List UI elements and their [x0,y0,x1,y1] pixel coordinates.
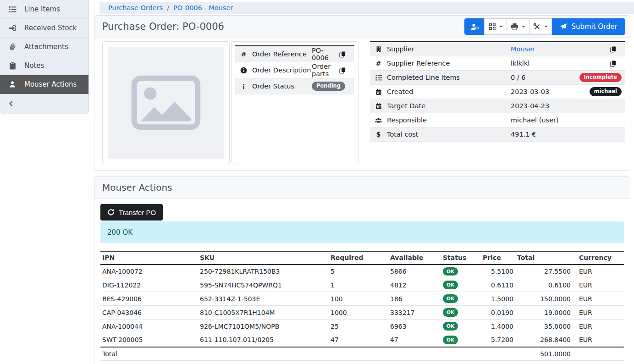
sidebar: Line Items Received Stock Attachments No… [0,0,89,114]
cell-currency: EUR [573,306,624,320]
table-row: ANA-100044 926-LMC7101QM5/NOPB 25 6963 O… [100,320,624,333]
sidebar-item-line-items[interactable]: Line Items [0,0,88,19]
cell-sku: 611-110.107.011/0205 [198,333,329,347]
cell-price: 5.5100 [481,265,515,278]
detail-value: Order parts [312,63,334,77]
page-title: Purchase Order: PO-0006 [102,21,224,32]
table-row: CAP-043046 810-C1005X7R1H104M 1000 33321… [100,306,624,320]
sign-in-icon [7,24,17,32]
detail-label: Order Reference [252,50,312,58]
detail-label: Order Status [252,83,312,90]
chevron-left-icon [8,100,14,107]
detail-value: PO-0006 [312,47,334,61]
sidebar-item-label: Mouser Actions [24,80,77,88]
incomplete-badge: Incomplete [579,73,622,82]
info-icon [235,83,252,90]
cell-total: 268.8400 [515,333,573,347]
detail-value: 491.1 € [511,131,625,138]
list-ol-icon [7,6,17,13]
cell-sku: 926-LMC7101QM5/NOPB [198,320,329,333]
chevron-down-icon [522,26,525,28]
calendar-icon [370,103,387,110]
cell-sku: 652-3314Z-1-503E [198,292,329,306]
cell-ipn: ANA-100072 [100,265,198,278]
total-value: 501.0000 [515,347,573,361]
detail-row-supplier-reference: # Supplier Reference lklklkl [370,56,625,71]
sidebar-item-label: Attachments [24,43,68,51]
detail-label: Completed Line Items [387,74,511,81]
cell-required: 100 [329,292,388,306]
column-header-sku: SKU [198,252,329,265]
detail-value: lklklkl [511,60,605,67]
detail-row-empty [370,142,625,150]
detail-label: Order Description [252,66,312,74]
sidebar-item-label: Notes [24,61,44,70]
table-row: RES-429006 652-3314Z-1-503E 100 186 OK 1… [100,292,624,306]
user-icon [7,81,17,88]
cell-ipn: ANA-100044 [100,320,198,333]
qrcode-icon [489,23,496,30]
line-items-table: IPN SKU Required Available Status Price … [100,251,624,361]
transfer-po-button[interactable]: Transfer PO [100,204,163,221]
rotate-icon [107,209,115,216]
transfer-po-label: Transfer PO [119,209,156,216]
sidebar-item-mouser-actions[interactable]: Mouser Actions [0,75,88,94]
table-row: SWT-200005 611-110.107.011/0205 47 47 OK… [100,333,624,347]
copy-icon[interactable] [334,51,351,58]
calendar-icon [370,88,387,95]
copy-icon[interactable] [605,46,622,53]
total-label: Total [100,347,198,361]
mouser-actions-panel: Mouser Actions Transfer PO 200 OK IPN SK… [94,176,630,364]
breadcrumb-link-purchase-orders[interactable]: Purchase Orders [108,4,163,11]
order-image-placeholder[interactable] [108,47,224,159]
copy-icon[interactable] [334,67,351,74]
admin-button[interactable] [464,18,485,35]
column-header-total: Total [515,252,573,265]
detail-row-supplier: Supplier Mouser [370,42,625,56]
cell-ipn: SWT-200005 [100,333,198,347]
barcode-actions-button[interactable] [484,18,507,35]
cell-total: 19.0000 [515,306,573,320]
detail-label: Supplier Reference [387,60,511,67]
supplier-link[interactable]: Mouser [511,45,535,53]
cell-available: 5866 [388,265,441,278]
sidebar-item-received-stock[interactable]: Received Stock [0,19,88,38]
submit-order-label: Submit Order [571,22,617,31]
user-badge-michael: michael [590,87,622,96]
detail-value: 0 / 6 [511,74,579,81]
print-actions-button[interactable] [507,18,529,35]
sidebar-item-notes[interactable]: Notes [0,56,88,75]
cell-required: 25 [329,320,388,333]
cell-available: 6963 [388,320,441,333]
cell-price: 1.4000 [481,320,515,333]
detail-row-order-reference: # Order Reference PO-0006 [235,46,354,62]
detail-label: Target Date [387,102,511,110]
cell-required: 1 [329,278,388,292]
chevron-down-icon [499,26,503,28]
detail-label: Created [387,88,511,95]
status-badge-ok: OK [443,308,458,317]
cell-required: 1000 [329,306,388,320]
copy-icon[interactable] [605,60,622,67]
cell-available: 4812 [388,278,441,292]
image-icon [131,75,201,131]
cell-ipn: CAP-043046 [100,306,198,320]
cell-sku: 250-72981KLRATR150B3 [198,265,329,278]
order-details-table: # Order Reference PO-0006 Order Descript… [235,45,354,94]
cell-currency: EUR [573,292,624,306]
status-badge-ok: OK [443,336,458,344]
status-badge-pending: Pending [312,82,345,91]
submit-order-button[interactable]: Submit Order [552,18,625,35]
cell-total: 0.6100 [515,278,573,292]
status-alert-text: 200 OK [107,228,132,237]
detail-value: 2023-04-23 [511,102,625,110]
cell-currency: EUR [573,278,624,292]
order-tools-button[interactable] [529,18,552,35]
table-row: DIG-112022 595-SN74HCS74QPWRQ1 1 4812 OK… [100,278,624,292]
sidebar-collapse-button[interactable] [0,94,88,113]
breadcrumb-link-current-order[interactable]: PO-0006 - Mouser [173,4,233,11]
sidebar-item-attachments[interactable]: Attachments [0,38,88,56]
hash-icon: # [370,60,387,67]
table-total-row: Total 501.0000 [100,347,624,361]
purchase-order-card: Purchase Order: PO-0006 [94,15,630,171]
